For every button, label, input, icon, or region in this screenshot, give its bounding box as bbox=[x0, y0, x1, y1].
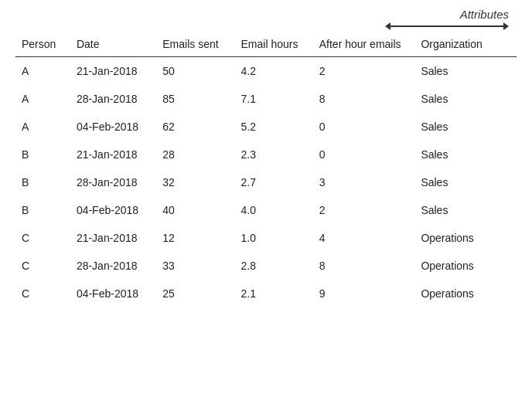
cell-organization: Operations bbox=[414, 280, 517, 307]
cell-email_hours: 4.0 bbox=[235, 196, 313, 224]
cell-after_hour_emails: 3 bbox=[313, 168, 415, 196]
cell-emails_sent: 25 bbox=[156, 280, 234, 307]
cell-after_hour_emails: 2 bbox=[313, 196, 415, 224]
table-row: A28-Jan-2018857.18Sales bbox=[15, 85, 517, 113]
table-row: C28-Jan-2018332.88Operations bbox=[15, 252, 517, 280]
arrow-body bbox=[390, 25, 503, 27]
cell-date: 28-Jan-2018 bbox=[70, 252, 156, 280]
cell-emails_sent: 12 bbox=[156, 224, 234, 252]
cell-email_hours: 1.0 bbox=[235, 224, 313, 252]
arrow-right-head-icon bbox=[503, 22, 509, 30]
table-row: B21-Jan-2018282.30Sales bbox=[15, 141, 517, 168]
cell-email_hours: 7.1 bbox=[235, 85, 313, 113]
cell-organization: Sales bbox=[414, 196, 517, 224]
cell-email_hours: 5.2 bbox=[235, 113, 313, 141]
cell-person: C bbox=[15, 224, 70, 252]
col-header-email-hours: Email hours bbox=[235, 33, 313, 57]
cell-person: C bbox=[15, 252, 70, 280]
col-header-organization: Organization bbox=[414, 33, 517, 57]
attributes-label: Attributes bbox=[460, 8, 509, 21]
cell-person: C bbox=[15, 280, 70, 307]
table-row: B28-Jan-2018322.73Sales bbox=[15, 168, 517, 196]
cell-after_hour_emails: 9 bbox=[313, 280, 415, 307]
cell-person: A bbox=[15, 85, 70, 113]
cell-organization: Sales bbox=[414, 113, 517, 141]
cell-email_hours: 2.3 bbox=[235, 141, 313, 168]
cell-date: 04-Feb-2018 bbox=[70, 113, 156, 141]
cell-after_hour_emails: 0 bbox=[313, 113, 415, 141]
cell-email_hours: 4.2 bbox=[235, 57, 313, 86]
cell-date: 04-Feb-2018 bbox=[70, 280, 156, 307]
cell-emails_sent: 62 bbox=[156, 113, 234, 141]
cell-person: B bbox=[15, 168, 70, 196]
cell-person: B bbox=[15, 141, 70, 168]
cell-date: 21-Jan-2018 bbox=[70, 141, 156, 168]
col-header-date: Date bbox=[70, 33, 156, 57]
cell-emails_sent: 32 bbox=[156, 168, 234, 196]
cell-organization: Sales bbox=[414, 57, 517, 86]
table-row: B04-Feb-2018404.02Sales bbox=[15, 196, 517, 224]
table-row: A21-Jan-2018504.22Sales bbox=[15, 57, 517, 86]
cell-person: A bbox=[15, 113, 70, 141]
cell-emails_sent: 50 bbox=[156, 57, 234, 86]
cell-after_hour_emails: 8 bbox=[313, 252, 415, 280]
cell-after_hour_emails: 8 bbox=[313, 85, 415, 113]
cell-person: B bbox=[15, 196, 70, 224]
cell-after_hour_emails: 4 bbox=[313, 224, 415, 252]
cell-email_hours: 2.1 bbox=[235, 280, 313, 307]
col-header-person: Person bbox=[15, 33, 70, 57]
cell-date: 04-Feb-2018 bbox=[70, 196, 156, 224]
cell-emails_sent: 33 bbox=[156, 252, 234, 280]
table-body: A21-Jan-2018504.22SalesA28-Jan-2018857.1… bbox=[15, 57, 517, 308]
cell-date: 28-Jan-2018 bbox=[70, 85, 156, 113]
cell-organization: Sales bbox=[414, 168, 517, 196]
data-table: Person Date Emails sent Email hours Afte… bbox=[15, 33, 517, 307]
table-row: A04-Feb-2018625.20Sales bbox=[15, 113, 517, 141]
attributes-section: Attributes bbox=[15, 8, 517, 30]
table-row: C04-Feb-2018252.19Operations bbox=[15, 280, 517, 307]
table-row: C21-Jan-2018121.04Operations bbox=[15, 224, 517, 252]
cell-organization: Sales bbox=[414, 85, 517, 113]
cell-after_hour_emails: 0 bbox=[313, 141, 415, 168]
cell-email_hours: 2.7 bbox=[235, 168, 313, 196]
cell-email_hours: 2.8 bbox=[235, 252, 313, 280]
cell-organization: Sales bbox=[414, 141, 517, 168]
col-header-emails-sent: Emails sent bbox=[156, 33, 234, 57]
cell-date: 21-Jan-2018 bbox=[70, 57, 156, 86]
cell-organization: Operations bbox=[414, 252, 517, 280]
col-header-after-hour-emails: After hour emails bbox=[313, 33, 415, 57]
cell-person: A bbox=[15, 57, 70, 86]
arrow-left-head-icon bbox=[385, 22, 390, 30]
cell-organization: Operations bbox=[414, 224, 517, 252]
cell-date: 21-Jan-2018 bbox=[70, 224, 156, 252]
page-container: Attributes Person Date Emails sent Email… bbox=[0, 0, 532, 394]
cell-emails_sent: 85 bbox=[156, 85, 234, 113]
cell-after_hour_emails: 2 bbox=[313, 57, 415, 86]
cell-date: 28-Jan-2018 bbox=[70, 168, 156, 196]
attributes-arrow bbox=[385, 22, 509, 30]
table-header-row: Person Date Emails sent Email hours Afte… bbox=[15, 33, 517, 57]
cell-emails_sent: 40 bbox=[156, 196, 234, 224]
cell-emails_sent: 28 bbox=[156, 141, 234, 168]
